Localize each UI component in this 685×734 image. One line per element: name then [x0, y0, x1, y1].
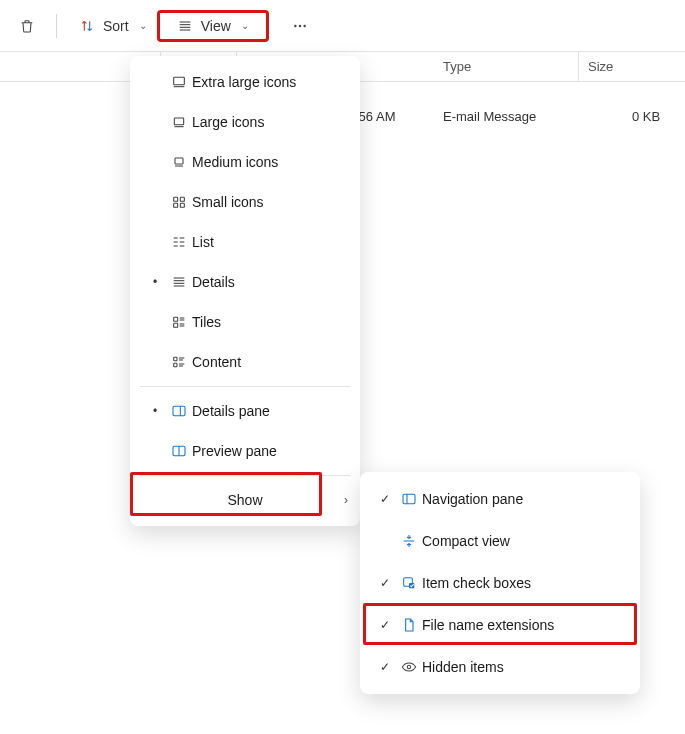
- check-mark-icon: •: [144, 404, 166, 418]
- details-icon: [166, 274, 192, 290]
- list-icon: [166, 234, 192, 250]
- chevron-right-icon: ›: [344, 493, 348, 507]
- menu-label: Details pane: [192, 403, 346, 419]
- sort-icon: [79, 18, 95, 34]
- menu-label: Hidden items: [422, 659, 626, 675]
- preview-pane-icon: [166, 443, 192, 459]
- svg-rect-33: [174, 357, 177, 360]
- column-header-type[interactable]: Type: [433, 59, 578, 74]
- show-submenu: ✓ Navigation pane Compact view ✓ Item ch…: [360, 472, 640, 694]
- view-icon: [177, 18, 193, 34]
- trash-icon: [19, 18, 35, 34]
- check-mark-icon: •: [144, 275, 166, 289]
- svg-point-6: [303, 24, 305, 26]
- file-date: :56 AM: [355, 109, 395, 124]
- tiles-icon: [166, 314, 192, 330]
- svg-rect-27: [174, 317, 178, 321]
- xl-icons-icon: [166, 74, 192, 90]
- view-menu-item-list[interactable]: List: [134, 222, 356, 262]
- view-menu-item-medium-icons[interactable]: Medium icons: [134, 142, 356, 182]
- show-menu-item-hidden-items[interactable]: ✓ Hidden items: [364, 646, 636, 688]
- svg-point-4: [294, 24, 296, 26]
- medium-icons-icon: [166, 154, 192, 170]
- view-menu-item-small-icons[interactable]: Small icons: [134, 182, 356, 222]
- svg-rect-9: [174, 118, 183, 125]
- show-menu-item-file-extensions[interactable]: ✓ File name extensions: [364, 604, 636, 646]
- menu-label: Tiles: [192, 314, 346, 330]
- small-icons-icon: [166, 194, 192, 210]
- menu-label: Preview pane: [192, 443, 346, 459]
- menu-separator: [140, 475, 350, 476]
- menu-label: Content: [192, 354, 346, 370]
- svg-point-47: [407, 665, 410, 668]
- toolbar-divider: [56, 14, 57, 38]
- check-mark-icon: ✓: [374, 618, 396, 632]
- menu-label: List: [192, 234, 346, 250]
- svg-rect-39: [173, 406, 185, 415]
- menu-label: Medium icons: [192, 154, 346, 170]
- svg-rect-43: [403, 494, 415, 503]
- svg-rect-11: [175, 158, 183, 164]
- file-ext-icon: [396, 617, 422, 633]
- check-mark-icon: ✓: [374, 660, 396, 674]
- svg-rect-13: [174, 197, 178, 201]
- more-button[interactable]: [283, 12, 317, 40]
- svg-rect-30: [174, 323, 178, 327]
- svg-rect-16: [180, 203, 184, 207]
- compact-icon: [396, 533, 422, 549]
- view-menu-item-preview-pane[interactable]: Preview pane: [134, 431, 356, 471]
- svg-rect-36: [174, 363, 177, 366]
- view-menu-item-content[interactable]: Content: [134, 342, 356, 382]
- content-icon: [166, 354, 192, 370]
- column-header-size[interactable]: Size: [578, 59, 684, 74]
- view-label: View: [201, 18, 231, 34]
- menu-label: Small icons: [192, 194, 346, 210]
- view-menu-item-large-icons[interactable]: Large icons: [134, 102, 356, 142]
- svg-rect-7: [174, 77, 185, 84]
- show-menu-item-checkboxes[interactable]: ✓ Item check boxes: [364, 562, 636, 604]
- more-icon: [292, 18, 308, 34]
- large-icons-icon: [166, 114, 192, 130]
- view-menu-item-xl-icons[interactable]: Extra large icons: [134, 62, 356, 102]
- check-mark-icon: ✓: [374, 492, 396, 506]
- menu-label: Extra large icons: [192, 74, 346, 90]
- svg-rect-14: [180, 197, 184, 201]
- toolbar: Sort ⌄ View ⌄: [0, 0, 685, 52]
- view-menu-item-details-pane[interactable]: • Details pane: [134, 391, 356, 431]
- checkboxes-icon: [396, 575, 422, 591]
- sort-label: Sort: [103, 18, 129, 34]
- chevron-down-icon: ⌄: [139, 20, 147, 31]
- view-menu-item-tiles[interactable]: Tiles: [134, 302, 356, 342]
- svg-point-5: [299, 24, 301, 26]
- menu-label: Show: [227, 492, 262, 508]
- menu-label: Compact view: [422, 533, 626, 549]
- view-menu-item-show[interactable]: Show ›: [134, 480, 356, 520]
- svg-rect-15: [174, 203, 178, 207]
- check-mark-icon: ✓: [374, 576, 396, 590]
- delete-button[interactable]: [10, 12, 44, 40]
- sort-button[interactable]: Sort ⌄: [69, 12, 157, 40]
- menu-label: Large icons: [192, 114, 346, 130]
- menu-label: Navigation pane: [422, 491, 626, 507]
- nav-pane-icon: [396, 491, 422, 507]
- menu-label: Details: [192, 274, 346, 290]
- details-pane-icon: [166, 403, 192, 419]
- show-menu-item-compact-view[interactable]: Compact view: [364, 520, 636, 562]
- file-type: E-mail Message: [443, 109, 536, 124]
- menu-separator: [140, 386, 350, 387]
- hidden-icon: [396, 659, 422, 675]
- view-button[interactable]: View ⌄: [159, 12, 267, 40]
- file-size: 0 KB: [632, 109, 660, 124]
- view-menu: Extra large icons Large icons Medium ico…: [130, 56, 360, 526]
- show-menu-item-navigation-pane[interactable]: ✓ Navigation pane: [364, 478, 636, 520]
- menu-label: Item check boxes: [422, 575, 626, 591]
- menu-label: File name extensions: [422, 617, 626, 633]
- chevron-down-icon: ⌄: [241, 20, 249, 31]
- view-menu-item-details[interactable]: • Details: [134, 262, 356, 302]
